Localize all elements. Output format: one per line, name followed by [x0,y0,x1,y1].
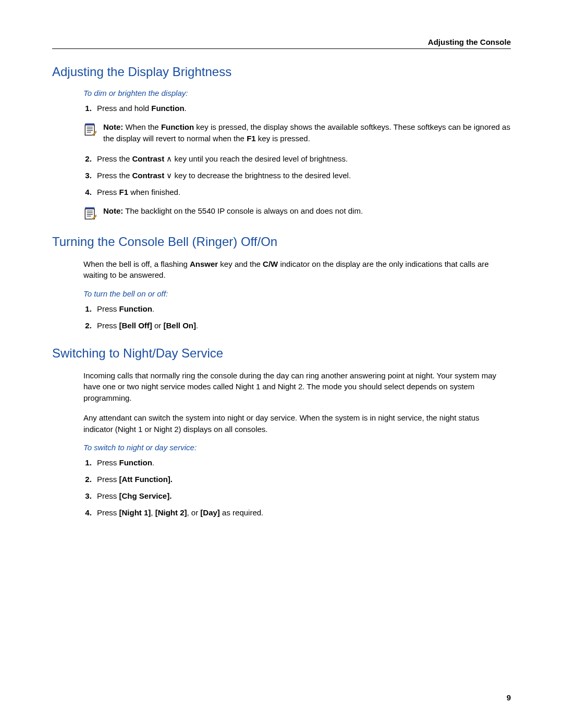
text: Press the [97,154,132,163]
step-list: Press the Contrast ∧ key until you reach… [83,153,511,198]
text: Press [97,491,119,500]
text-bold: [Night 2] [155,508,187,517]
svg-rect-8 [85,208,94,219]
text-bold: [Day] [200,508,220,517]
text: key until you reach the desired level of… [175,154,348,163]
text-bold: [Att Function]. [119,475,173,484]
text-bold: Answer [190,260,218,268]
note-block: Note: The backlight on the 5540 IP conso… [83,205,511,220]
running-header: Adjusting the Console [52,38,511,46]
text-bold: F1 [247,134,256,143]
text: key and the [218,260,263,268]
text: . [152,304,154,313]
text: Press [97,475,119,484]
text-bold: [Night 1] [119,508,151,517]
text-bold: Function [119,458,152,467]
subheading: To turn the bell on or off: [83,289,511,298]
header-rule [52,48,511,49]
section-heading-bell: Turning the Console Bell (Ringer) Off/On [52,235,511,249]
text: Press [97,304,119,313]
text: as required. [220,508,263,517]
list-item: Press Function. [94,303,511,315]
list-item: Press F1 when finished. [94,187,511,198]
text-bold: Function [119,304,152,313]
text-bold: [Bell On] [164,321,197,330]
text-bold: Function [151,104,184,113]
step-list: Press Function. Press [Bell Off] or [Bel… [83,303,511,331]
section-body-brightness: To dim or brighten the display: Press an… [83,89,511,220]
text-bold: [Chg Service]. [119,491,172,500]
text: Press [97,458,119,467]
text: or [152,321,164,330]
down-symbol: ∨ [164,171,174,180]
text: When the [123,122,161,131]
text: Press the [97,171,132,180]
text: . [185,104,187,113]
list-item: Press the Contrast ∧ key until you reach… [94,153,511,165]
text: , [151,508,155,517]
note-block: Note: When the Function key is pressed, … [83,121,511,144]
note-text: Note: When the Function key is pressed, … [103,121,511,144]
text: . [196,321,198,330]
svg-rect-1 [85,125,94,135]
text-bold: [Bell Off] [119,321,152,330]
text-bold: Contrast [132,171,165,180]
text: Press [97,321,119,330]
text: , or [187,508,201,517]
text: Press and hold [97,104,151,113]
page-number: 9 [507,693,511,702]
text: key is pressed. [256,134,310,143]
list-item: Press [Bell Off] or [Bell On]. [94,320,511,331]
text-bold: Contrast [132,154,165,163]
paragraph: When the bell is off, a flashing Answer … [83,258,511,281]
note-icon [83,206,97,220]
list-item: Press [Chg Service]. [94,490,511,502]
section-body-nightday: Incoming calls that normally ring the co… [83,370,511,519]
text: . [152,458,154,467]
text: When the bell is off, a flashing [83,260,190,268]
text: key to decrease the brightness to the de… [175,171,351,180]
section-heading-nightday: Switching to Night/Day Service [52,346,511,361]
step-list: Press Function. Press [Att Function]. Pr… [83,457,511,518]
paragraph: Any attendant can switch the system into… [83,412,511,435]
paragraph: Incoming calls that normally ring the co… [83,370,511,404]
list-item: Press and hold Function. [94,103,511,114]
list-item: Press the Contrast ∨ key to decrease the… [94,170,511,181]
list-item: Press Function. [94,457,511,468]
up-symbol: ∧ [164,154,174,163]
subheading: To switch to night or day service: [83,443,511,452]
note-label: Note: [103,122,123,131]
step-list: Press and hold Function. [83,103,511,114]
text: when finished. [128,188,180,196]
note-label: Note: [103,206,123,215]
note-icon [83,122,97,136]
section-body-bell: When the bell is off, a flashing Answer … [83,258,511,331]
section-heading-brightness: Adjusting the Display Brightness [52,65,511,79]
text: The backlight on the 5540 IP console is … [123,206,363,215]
list-item: Press [Att Function]. [94,474,511,485]
text: Press [97,508,119,517]
text: Press [97,188,119,196]
list-item: Press [Night 1], [Night 2], or [Day] as … [94,507,511,519]
page: Adjusting the Console Adjusting the Disp… [0,0,563,728]
text-bold: F1 [119,188,129,196]
text-bold: C/W [263,260,278,268]
text-bold: Function [161,122,194,131]
note-text: Note: The backlight on the 5540 IP conso… [103,205,511,217]
subheading: To dim or brighten the display: [83,89,511,97]
